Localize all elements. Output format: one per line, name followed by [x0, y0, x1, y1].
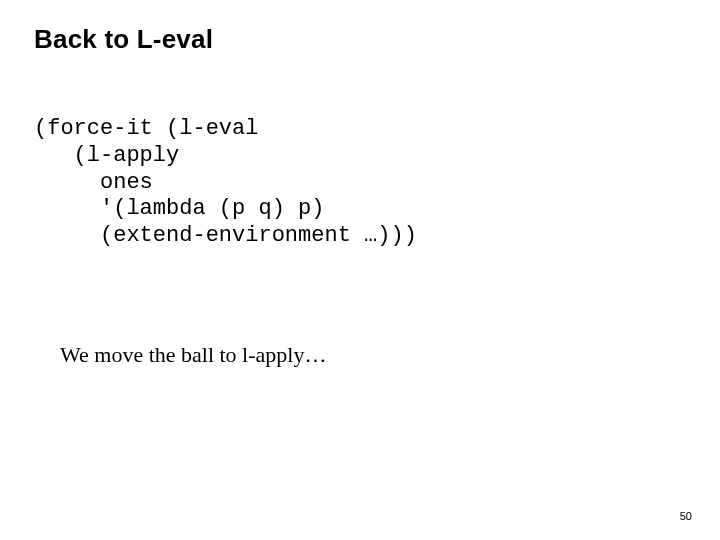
code-line-5: (extend-environment …))): [34, 223, 417, 248]
page-number: 50: [680, 510, 692, 522]
slide: Back to L-eval (force-it (l-eval (l-appl…: [0, 0, 720, 540]
slide-title: Back to L-eval: [34, 24, 213, 55]
code-line-1: (force-it (l-eval: [34, 116, 258, 141]
code-line-3: ones: [34, 170, 153, 195]
code-block: (force-it (l-eval (l-apply ones '(lambda…: [34, 116, 417, 250]
code-line-2: (l-apply: [34, 143, 179, 168]
body-text: We move the ball to l-apply…: [60, 342, 326, 368]
code-line-4: '(lambda (p q) p): [34, 196, 324, 221]
